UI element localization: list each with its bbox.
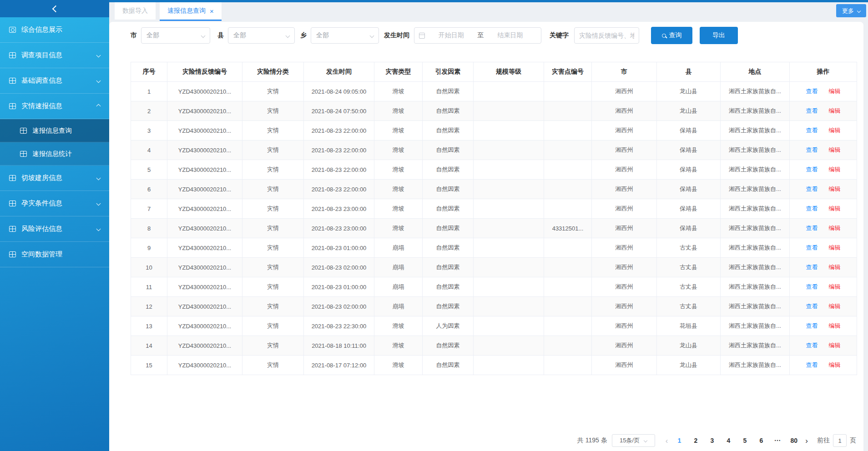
page-button[interactable]: 5 — [738, 437, 752, 444]
edit-link[interactable]: 编辑 — [829, 107, 841, 115]
view-link[interactable]: 查看 — [806, 224, 818, 232]
sidebar-collapse-button[interactable] — [0, 0, 109, 17]
view-link[interactable]: 查看 — [806, 87, 818, 95]
grid-icon — [9, 78, 16, 84]
sidebar-item-2[interactable]: 调查项目信息 — [0, 43, 109, 68]
page-button[interactable]: 3 — [705, 437, 719, 444]
edit-link[interactable]: 编辑 — [829, 302, 841, 311]
cell-scale — [474, 316, 544, 336]
more-button-label: 更多 — [842, 7, 854, 15]
search-button[interactable]: 查询 — [651, 27, 692, 44]
more-button[interactable]: 更多 — [836, 4, 866, 17]
view-link[interactable]: 查看 — [806, 341, 818, 350]
column-header: 县 — [657, 62, 721, 81]
cell-factor: 自然因素 — [423, 238, 474, 257]
cell-point_code — [544, 160, 592, 179]
page-button[interactable]: 2 — [689, 437, 702, 444]
scrollbar-track[interactable] — [863, 22, 868, 451]
sidebar-item-8[interactable]: 空间数据管理 — [0, 242, 109, 267]
chevron-down-icon — [857, 9, 861, 12]
cell-location: 湘西土家族苗族自... — [721, 199, 790, 218]
edit-link[interactable]: 编辑 — [829, 263, 841, 271]
edit-link[interactable]: 编辑 — [829, 283, 841, 291]
cell-location: 湘西土家族苗族自... — [721, 356, 790, 375]
sidebar-item-label: 速报信息查询 — [32, 126, 100, 135]
cell-scale — [474, 277, 544, 296]
view-link[interactable]: 查看 — [806, 185, 818, 193]
page-button[interactable]: 6 — [754, 437, 768, 444]
view-link[interactable]: 查看 — [806, 283, 818, 291]
view-link[interactable]: 查看 — [806, 302, 818, 311]
sidebar-subitem-1[interactable]: 速报信息查询 — [0, 119, 109, 142]
table-row: 4YZD43000020210...灾情2021-08-23 22:00:00滑… — [131, 140, 857, 160]
edit-link[interactable]: 编辑 — [829, 361, 841, 369]
view-link[interactable]: 查看 — [806, 126, 818, 135]
sidebar-item-3[interactable]: 基础调查信息 — [0, 68, 109, 94]
sidebar-item-6[interactable]: 孕灾条件信息 — [0, 191, 109, 216]
cell-actions: 查看编辑 — [790, 82, 857, 101]
view-link[interactable]: 查看 — [806, 146, 818, 154]
close-icon[interactable]: × — [210, 8, 214, 15]
page-button[interactable]: 80 — [787, 437, 801, 444]
goto-page-input[interactable] — [833, 434, 847, 447]
page-list: 123456···80 — [671, 437, 802, 444]
sidebar-item-7[interactable]: 风险评估信息 — [0, 216, 109, 242]
edit-link[interactable]: 编辑 — [829, 205, 841, 213]
city-select-value: 全部 — [146, 31, 159, 40]
view-link[interactable]: 查看 — [806, 165, 818, 174]
cell-type: 滑坡 — [374, 82, 423, 101]
cell-category: 灾情 — [242, 356, 304, 375]
sidebar-menu: 综合信息展示调查项目信息基础调查信息灾情速报信息速报信息查询速报信息统计切坡建房… — [0, 17, 109, 267]
county-select[interactable]: 全部 — [228, 27, 295, 44]
export-button[interactable]: 导出 — [700, 27, 738, 44]
edit-link[interactable]: 编辑 — [829, 244, 841, 252]
view-link[interactable]: 查看 — [806, 244, 818, 252]
end-date-placeholder: 结束日期 — [484, 31, 537, 40]
cell-type: 滑坡 — [374, 336, 423, 355]
page-size-select[interactable]: 15条/页 — [612, 434, 655, 447]
chevron-down-icon — [96, 53, 101, 58]
view-link[interactable]: 查看 — [806, 205, 818, 213]
cell-scale — [474, 82, 544, 101]
edit-link[interactable]: 编辑 — [829, 126, 841, 135]
tab-1[interactable]: 数据导入 — [115, 2, 156, 20]
cell-scale — [474, 336, 544, 355]
cell-actions: 查看编辑 — [790, 180, 857, 199]
page-ellipsis[interactable]: ··· — [771, 437, 784, 444]
date-range-picker[interactable]: 开始日期 至 结束日期 — [414, 27, 541, 44]
city-select[interactable]: 全部 — [141, 27, 210, 44]
tab-2[interactable]: 速报信息查询× — [160, 2, 222, 21]
sidebar-item-4[interactable]: 灾情速报信息 — [0, 94, 109, 119]
page-button[interactable]: 1 — [672, 437, 686, 444]
prev-page-button[interactable]: ‹ — [666, 437, 668, 445]
sidebar-subitem-2[interactable]: 速报信息统计 — [0, 142, 109, 165]
edit-link[interactable]: 编辑 — [829, 322, 841, 330]
chevron-down-icon — [201, 33, 206, 38]
grid-icon — [9, 200, 16, 206]
keyword-input[interactable] — [574, 27, 639, 44]
sidebar-item-1[interactable]: 综合信息展示 — [0, 17, 109, 43]
cell-actions: 查看编辑 — [790, 101, 857, 120]
sidebar-item-5[interactable]: 切坡建房信息 — [0, 165, 109, 191]
view-link[interactable]: 查看 — [806, 322, 818, 330]
view-link[interactable]: 查看 — [806, 361, 818, 369]
view-link[interactable]: 查看 — [806, 263, 818, 271]
township-select[interactable]: 全部 — [311, 27, 379, 44]
next-page-button[interactable]: › — [805, 437, 808, 445]
page-button[interactable]: 4 — [722, 437, 735, 444]
edit-link[interactable]: 编辑 — [829, 185, 841, 193]
cell-point_code — [544, 316, 592, 336]
cell-scale — [474, 180, 544, 199]
cell-actions: 查看编辑 — [790, 258, 857, 277]
edit-link[interactable]: 编辑 — [829, 165, 841, 174]
edit-link[interactable]: 编辑 — [829, 224, 841, 232]
edit-link[interactable]: 编辑 — [829, 87, 841, 95]
sidebar-item-label: 速报信息统计 — [32, 150, 100, 158]
edit-link[interactable]: 编辑 — [829, 341, 841, 350]
goto-label: 前往 — [817, 436, 830, 445]
edit-link[interactable]: 编辑 — [829, 146, 841, 154]
view-link[interactable]: 查看 — [806, 107, 818, 115]
sidebar-item-label: 空间数据管理 — [21, 250, 100, 259]
cell-actions: 查看编辑 — [790, 356, 857, 375]
cell-scale — [474, 238, 544, 257]
